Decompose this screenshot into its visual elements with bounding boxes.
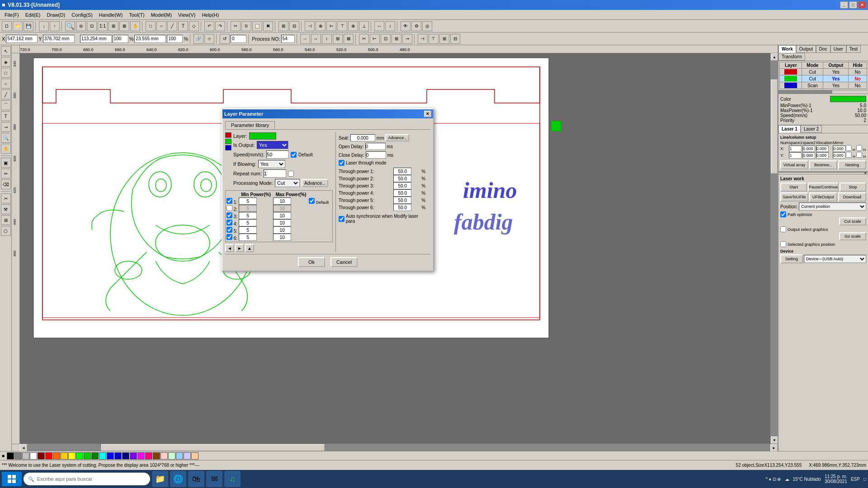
menu-file[interactable]: File(F) bbox=[2, 11, 22, 19]
blowing-select[interactable]: Yes No bbox=[258, 160, 285, 168]
tp5-input[interactable] bbox=[393, 197, 411, 204]
bestrew-button[interactable]: Bestrew... bbox=[809, 160, 837, 169]
hscroll-thumb[interactable] bbox=[101, 444, 324, 451]
cancel-button[interactable]: Cancel bbox=[330, 257, 358, 267]
import-button[interactable]: ↓ bbox=[39, 21, 49, 31]
laser-tab-1[interactable]: Laser 1 bbox=[778, 125, 801, 133]
bezier-tool[interactable]: ⌒ bbox=[1, 100, 11, 110]
palette-color-brown[interactable] bbox=[153, 452, 160, 460]
menu-draw[interactable]: Draw(D) bbox=[44, 11, 68, 19]
layer-row-red[interactable]: Cut Yes No bbox=[780, 69, 867, 75]
repeat-input[interactable] bbox=[264, 169, 286, 178]
lc-y-space1[interactable] bbox=[802, 152, 815, 159]
h-align-center[interactable]: ⊣ bbox=[418, 34, 428, 44]
palette-color-blue[interactable] bbox=[107, 452, 114, 460]
lc-x-space2[interactable] bbox=[816, 145, 829, 152]
array-btn[interactable]: ⊞ bbox=[392, 34, 401, 44]
minimize-button[interactable]: _ bbox=[840, 1, 848, 9]
vscroll-thumb[interactable] bbox=[771, 80, 778, 174]
tp4-input[interactable] bbox=[393, 189, 411, 197]
output-select-check[interactable] bbox=[780, 226, 786, 232]
zoom-select-button[interactable]: ⊞ bbox=[108, 21, 118, 31]
menu-handle[interactable]: Handle(W) bbox=[96, 11, 126, 19]
start-button-taskbar[interactable] bbox=[2, 472, 22, 486]
pr5-check[interactable] bbox=[226, 227, 232, 233]
copy-btn[interactable]: ⎘ bbox=[241, 21, 251, 31]
tab-work[interactable]: Work bbox=[778, 45, 796, 53]
lc-y-space2[interactable] bbox=[816, 152, 829, 159]
palette-color-lightblue[interactable] bbox=[176, 452, 183, 460]
ellipse-tool[interactable]: ○ bbox=[1, 79, 11, 89]
speed-form-input[interactable] bbox=[266, 150, 289, 159]
measure-btn[interactable]: ⊸ bbox=[402, 34, 412, 44]
setting-button[interactable]: Setting bbox=[780, 254, 803, 263]
lc-y-h2[interactable] bbox=[856, 152, 862, 158]
menu-view[interactable]: View(V) bbox=[175, 11, 198, 19]
palette-color-gray[interactable] bbox=[14, 452, 22, 460]
align-right[interactable]: ⊢ bbox=[326, 21, 336, 31]
extend-btn[interactable]: ⊢ bbox=[370, 34, 380, 44]
paste-btn[interactable]: 📋 bbox=[252, 21, 262, 31]
taskbar-edge-icon[interactable]: 🌐 bbox=[170, 471, 186, 487]
download-button[interactable]: Download bbox=[838, 192, 866, 202]
zoom-fit-button[interactable]: ⊡ bbox=[87, 21, 97, 31]
tp6-input[interactable] bbox=[393, 204, 411, 211]
lc-x-num[interactable] bbox=[789, 145, 802, 152]
lock-ratio-btn[interactable]: 🔗 bbox=[193, 34, 203, 44]
pen-tool[interactable]: ✏ bbox=[1, 169, 11, 178]
pr4-min[interactable] bbox=[239, 219, 257, 226]
pan-button[interactable]: ✋ bbox=[130, 21, 140, 31]
undo-button[interactable]: ↶ bbox=[204, 21, 214, 31]
pr6-max[interactable] bbox=[273, 234, 291, 241]
eraser-tool[interactable]: ⌫ bbox=[1, 179, 11, 189]
align-left[interactable]: ⊣ bbox=[305, 21, 315, 31]
is-output-select[interactable]: Yes No bbox=[257, 141, 288, 149]
offset-btn[interactable]: ⊡ bbox=[381, 34, 391, 44]
measure-tool[interactable]: ⊸ bbox=[1, 122, 11, 132]
menu-model[interactable]: Model(M) bbox=[148, 11, 175, 19]
virtual-array-button[interactable]: Virtual array bbox=[780, 160, 808, 169]
device-select[interactable]: Device---(USB:Auto) bbox=[804, 255, 866, 263]
text-tool[interactable]: T bbox=[1, 111, 11, 121]
dialog-advance-button[interactable]: Advance... bbox=[302, 179, 328, 187]
position-select[interactable]: Current position bbox=[799, 202, 866, 211]
pr2-max[interactable] bbox=[273, 205, 291, 212]
arrow-tools[interactable]: → bbox=[300, 34, 310, 44]
circle-button[interactable]: ○ bbox=[156, 21, 166, 31]
palette-color-orange[interactable] bbox=[53, 452, 60, 460]
pr1-check[interactable] bbox=[226, 198, 232, 204]
palette-color-yellow[interactable] bbox=[68, 452, 75, 460]
zoom-out-button[interactable]: ⊖ bbox=[76, 21, 86, 31]
polygon-tool[interactable]: ⬡ bbox=[1, 226, 11, 236]
dialog-scroll-right[interactable]: ► bbox=[235, 244, 244, 252]
search-box[interactable]: 🔍 Escribe aquí para buscar bbox=[24, 473, 150, 485]
preview-btn[interactable]: 👁 bbox=[401, 21, 410, 31]
laser-through-check[interactable] bbox=[339, 160, 344, 166]
close-button[interactable]: ✕ bbox=[858, 1, 866, 9]
node-button[interactable]: ◇ bbox=[189, 21, 199, 31]
zoom-tool[interactable]: 🔍 bbox=[1, 133, 11, 143]
open-delay-input[interactable] bbox=[365, 143, 386, 150]
laser-tab-2[interactable]: Laser 2 bbox=[801, 125, 822, 133]
pause-continue-button[interactable]: Pause/Continue bbox=[808, 183, 839, 192]
go-scale-button[interactable]: Go scale bbox=[839, 232, 866, 240]
vscroll-up-button[interactable]: ▲ bbox=[771, 53, 778, 61]
tp3-input[interactable] bbox=[393, 182, 411, 189]
menu-tool[interactable]: Tool(T) bbox=[126, 11, 147, 19]
pr1-min[interactable] bbox=[239, 197, 257, 205]
open-button[interactable]: 📁 bbox=[13, 21, 23, 31]
distribute-v[interactable]: ⊟ bbox=[450, 34, 460, 44]
lc-y-num[interactable] bbox=[789, 152, 802, 159]
dialog-close-button[interactable]: ✕ bbox=[424, 111, 431, 117]
mirror-btn[interactable]: ⊞ bbox=[333, 34, 343, 44]
palette-color-navy[interactable] bbox=[122, 452, 129, 460]
y-input[interactable] bbox=[43, 35, 75, 43]
flip-v2[interactable]: ↕ bbox=[322, 34, 332, 44]
lc-y-xloc[interactable] bbox=[833, 152, 845, 159]
palette-color-white[interactable] bbox=[30, 452, 37, 460]
taskbar-explorer-icon[interactable]: 📁 bbox=[152, 471, 168, 487]
seal-advance-button[interactable]: Advance , bbox=[385, 134, 409, 141]
palette-color-lavender[interactable] bbox=[184, 452, 191, 460]
export-button[interactable]: ↑ bbox=[50, 21, 60, 31]
rotate-btn[interactable]: ↺ bbox=[220, 34, 230, 44]
